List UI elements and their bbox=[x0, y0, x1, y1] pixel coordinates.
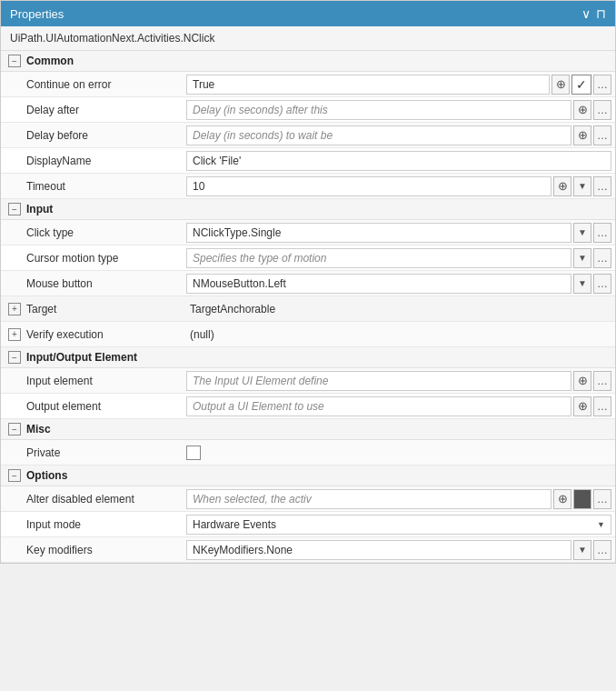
expand-icon-target[interactable]: + bbox=[8, 303, 21, 315]
label-display-name: DisplayName bbox=[1, 151, 183, 171]
input-input-element[interactable]: The Input UI Element define bbox=[186, 371, 571, 391]
value-key-modifiers: NKeyModifiers.None ▼ … bbox=[183, 538, 615, 562]
plus-input-element[interactable]: ⊕ bbox=[573, 371, 591, 391]
label-continue-on-error: Continue on error bbox=[1, 75, 183, 95]
ellipsis-delay-after[interactable]: … bbox=[593, 100, 611, 120]
dropdown-key-modifiers[interactable]: ▼ bbox=[573, 540, 591, 560]
input-output-element[interactable]: Output a UI Element to use bbox=[186, 396, 571, 416]
input-delay-after[interactable]: Delay (in seconds) after this bbox=[186, 100, 571, 120]
property-alter-disabled-element: Alter disabled element When selected, th… bbox=[1, 486, 615, 512]
plus-delay-after[interactable]: ⊕ bbox=[573, 100, 591, 120]
section-header-input-output[interactable]: − Input/Output Element bbox=[1, 347, 615, 368]
collapse-icon-misc: − bbox=[8, 423, 21, 436]
label-verify-execution: + Verify execution bbox=[1, 325, 183, 345]
expand-icon-verify[interactable]: + bbox=[8, 328, 21, 341]
property-timeout: Timeout 10 ⊕ ▼ … bbox=[1, 174, 615, 199]
input-key-modifiers[interactable]: NKeyModifiers.None bbox=[186, 540, 571, 560]
value-input-element: The Input UI Element define ⊕ … bbox=[183, 369, 615, 393]
section-header-options[interactable]: − Options bbox=[1, 466, 615, 486]
section-common: − Common Continue on error True ⊕ … Dela… bbox=[1, 51, 615, 199]
square-alter-disabled[interactable] bbox=[573, 489, 591, 509]
checkbox-continue-on-error[interactable] bbox=[571, 75, 591, 95]
section-title-input: Input bbox=[26, 203, 53, 215]
collapse-icon[interactable]: ∨ bbox=[581, 6, 591, 21]
section-header-misc[interactable]: − Misc bbox=[1, 419, 615, 440]
section-header-input[interactable]: − Input bbox=[1, 199, 615, 220]
value-delay-before: Delay (in seconds) to wait be ⊕ … bbox=[183, 124, 615, 147]
label-output-element: Output element bbox=[1, 396, 183, 416]
property-mouse-button: Mouse button NMouseButton.Left ▼ … bbox=[1, 271, 615, 296]
ellipsis-output-element[interactable]: … bbox=[593, 396, 611, 416]
value-click-type: NClickType.Single ▼ … bbox=[183, 221, 615, 245]
input-continue-on-error[interactable]: True bbox=[186, 75, 550, 95]
label-alter-disabled-element: Alter disabled element bbox=[1, 489, 183, 509]
label-delay-before: Delay before bbox=[1, 125, 183, 145]
property-continue-on-error: Continue on error True ⊕ … bbox=[1, 72, 615, 97]
section-options: − Options Alter disabled element When se… bbox=[1, 466, 615, 563]
plus-continue-on-error[interactable]: ⊕ bbox=[551, 75, 570, 95]
dropdown-input-mode-value: Hardware Events bbox=[193, 518, 276, 531]
value-timeout: 10 ⊕ ▼ … bbox=[183, 175, 615, 198]
ellipsis-delay-before[interactable]: … bbox=[593, 125, 611, 145]
label-timeout: Timeout bbox=[1, 176, 183, 196]
value-display-name: Click 'File' bbox=[183, 149, 615, 173]
label-key-modifiers: Key modifiers bbox=[1, 540, 183, 560]
property-input-element: Input element The Input UI Element defin… bbox=[1, 368, 615, 394]
ellipsis-mouse-button[interactable]: … bbox=[593, 274, 611, 294]
dropdown-timeout[interactable]: ▼ bbox=[573, 176, 591, 196]
section-title-options: Options bbox=[26, 469, 67, 482]
input-click-type[interactable]: NClickType.Single bbox=[186, 223, 571, 243]
ellipsis-cursor-motion-type[interactable]: … bbox=[593, 248, 611, 268]
section-header-common[interactable]: − Common bbox=[1, 51, 615, 72]
property-delay-after: Delay after Delay (in seconds) after thi… bbox=[1, 97, 615, 123]
value-mouse-button: NMouseButton.Left ▼ … bbox=[183, 272, 615, 295]
text-target: TargetAnchorable bbox=[186, 301, 611, 317]
label-click-type: Click type bbox=[1, 223, 183, 243]
property-verify-execution: + Verify execution (null) bbox=[1, 322, 615, 347]
label-target: + Target bbox=[1, 299, 183, 319]
label-target-text: Target bbox=[26, 303, 56, 315]
ellipsis-input-element[interactable]: … bbox=[593, 371, 611, 391]
label-input-mode: Input mode bbox=[1, 515, 183, 535]
ellipsis-alter-disabled[interactable]: … bbox=[593, 489, 611, 509]
dropdown-click-type[interactable]: ▼ bbox=[573, 223, 591, 243]
plus-timeout[interactable]: ⊕ bbox=[553, 176, 571, 196]
label-private: Private bbox=[1, 443, 183, 463]
dropdown-input-mode[interactable]: Hardware Events ▼ bbox=[186, 515, 611, 535]
property-private: Private bbox=[1, 440, 615, 466]
section-title-common: Common bbox=[26, 55, 74, 67]
property-cursor-motion-type: Cursor motion type Specifies the type of… bbox=[1, 245, 615, 271]
ellipsis-key-modifiers[interactable]: … bbox=[593, 540, 611, 560]
value-target: TargetAnchorable bbox=[183, 299, 615, 319]
plus-alter-disabled[interactable]: ⊕ bbox=[553, 489, 571, 509]
property-delay-before: Delay before Delay (in seconds) to wait … bbox=[1, 123, 615, 148]
section-input: − Input Click type NClickType.Single ▼ …… bbox=[1, 199, 615, 296]
input-cursor-motion-type[interactable]: Specifies the type of motion bbox=[186, 248, 571, 268]
section-title-input-output: Input/Output Element bbox=[26, 351, 137, 364]
value-private bbox=[183, 444, 615, 462]
panel-header: Properties ∨ ⊓ bbox=[1, 1, 615, 26]
pin-icon[interactable]: ⊓ bbox=[596, 6, 606, 21]
plus-output-element[interactable]: ⊕ bbox=[573, 396, 591, 416]
input-delay-before[interactable]: Delay (in seconds) to wait be bbox=[186, 125, 571, 145]
input-alter-disabled-element[interactable]: When selected, the activ bbox=[186, 489, 551, 509]
text-verify-execution: (null) bbox=[186, 326, 611, 343]
value-verify-execution: (null) bbox=[183, 325, 615, 345]
section-title-misc: Misc bbox=[26, 423, 51, 436]
property-input-mode: Input mode Hardware Events ▼ bbox=[1, 512, 615, 537]
ellipsis-timeout[interactable]: … bbox=[593, 176, 611, 196]
ellipsis-click-type[interactable]: … bbox=[593, 223, 611, 243]
collapse-icon-input: − bbox=[8, 203, 21, 215]
panel-title: Properties bbox=[10, 7, 64, 21]
input-timeout[interactable]: 10 bbox=[186, 176, 551, 196]
label-cursor-motion-type: Cursor motion type bbox=[1, 248, 183, 268]
dropdown-cursor-motion-type[interactable]: ▼ bbox=[573, 248, 591, 268]
dropdown-mouse-button[interactable]: ▼ bbox=[573, 274, 591, 294]
plus-delay-before[interactable]: ⊕ bbox=[573, 125, 591, 145]
dropdown-input-mode-arrow: ▼ bbox=[597, 520, 605, 529]
value-delay-after: Delay (in seconds) after this ⊕ … bbox=[183, 98, 615, 122]
ellipsis-continue-on-error[interactable]: … bbox=[593, 75, 611, 95]
input-mouse-button[interactable]: NMouseButton.Left bbox=[186, 274, 571, 294]
checkbox-private[interactable] bbox=[186, 446, 201, 460]
input-display-name[interactable]: Click 'File' bbox=[186, 151, 611, 171]
